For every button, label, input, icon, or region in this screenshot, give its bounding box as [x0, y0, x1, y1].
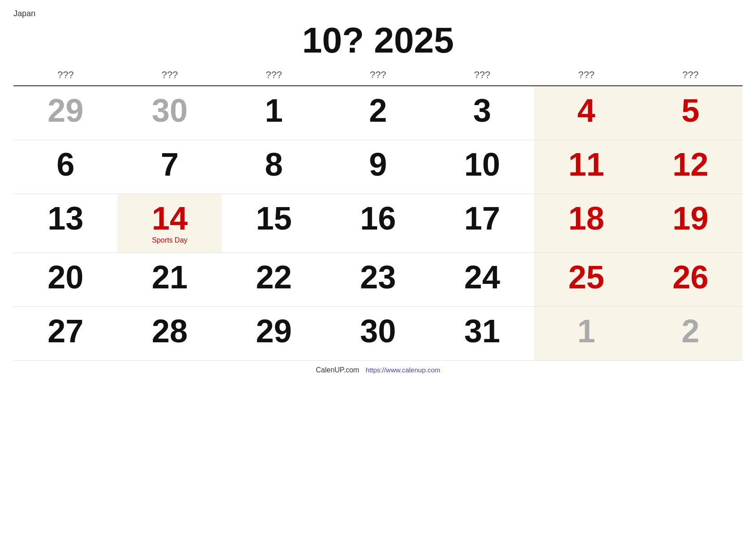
day-number-0-0: 29: [18, 94, 113, 127]
day-number-1-6: 12: [643, 148, 738, 181]
calendar-cell-0-2: 1: [222, 86, 326, 140]
day-number-2-5: 18: [539, 202, 634, 234]
day-number-2-1: 14: [122, 202, 217, 234]
day-number-0-4: 3: [435, 94, 530, 127]
footer-url: https://www.calenup.com: [366, 366, 440, 374]
day-number-4-1: 28: [122, 315, 217, 347]
calendar-cell-3-2: 22: [222, 252, 326, 306]
day-number-0-5: 4: [539, 94, 634, 127]
calendar-cell-1-4: 10: [430, 140, 534, 194]
week-row-3: 20212223242526: [13, 252, 743, 306]
day-number-4-4: 31: [435, 315, 530, 347]
calendar-cell-3-3: 23: [326, 252, 430, 306]
calendar-cell-0-4: 3: [430, 86, 534, 140]
calendar-grid: ????????????????????? 293012345678910111…: [13, 65, 743, 361]
day-number-4-6: 2: [643, 315, 738, 347]
dow-header-3: ???: [326, 65, 430, 86]
holiday-label-2-1: Sports Day: [122, 236, 217, 244]
footer-brand: CalenUP.com: [316, 366, 359, 374]
calendar-cell-1-5: 11: [534, 140, 638, 194]
calendar-title: 10? 2025: [13, 21, 743, 60]
calendar-cell-1-2: 8: [222, 140, 326, 194]
calendar-cell-3-0: 20: [13, 252, 118, 306]
calendar-cell-2-1: 14Sports Day: [118, 194, 222, 252]
calendar-cell-1-3: 9: [326, 140, 430, 194]
calendar-cell-4-6: 2: [638, 306, 743, 360]
calendar-cell-0-6: 5: [638, 86, 743, 140]
day-number-0-1: 30: [122, 94, 217, 127]
day-number-2-0: 13: [18, 202, 113, 234]
week-row-2: 1314Sports Day1516171819: [13, 194, 743, 252]
day-number-4-2: 29: [226, 315, 321, 347]
calendar-cell-2-0: 13: [13, 194, 118, 252]
day-number-1-5: 11: [539, 148, 634, 181]
calendar-cell-0-5: 4: [534, 86, 638, 140]
calendar-cell-4-2: 29: [222, 306, 326, 360]
calendar-cell-2-5: 18: [534, 194, 638, 252]
day-number-4-3: 30: [330, 315, 426, 347]
day-number-2-2: 15: [226, 202, 321, 234]
country-label: Japan: [13, 9, 743, 18]
calendar-cell-3-6: 26: [638, 252, 743, 306]
calendar-cell-2-3: 16: [326, 194, 430, 252]
calendar-cell-4-1: 28: [118, 306, 222, 360]
day-number-0-6: 5: [643, 94, 738, 127]
day-number-3-1: 21: [122, 261, 217, 293]
calendar-body: 29301234567891011121314Sports Day1516171…: [13, 86, 743, 360]
dow-header-2: ???: [222, 65, 326, 86]
day-number-4-0: 27: [18, 315, 113, 347]
week-row-0: 293012345: [13, 86, 743, 140]
calendar-cell-3-1: 21: [118, 252, 222, 306]
calendar-cell-0-0: 29: [13, 86, 118, 140]
day-number-1-1: 7: [122, 148, 217, 181]
calendar-cell-2-2: 15: [222, 194, 326, 252]
calendar-cell-0-1: 30: [118, 86, 222, 140]
dow-header-5: ???: [534, 65, 638, 86]
day-number-2-6: 19: [643, 202, 738, 234]
calendar-cell-0-3: 2: [326, 86, 430, 140]
week-row-1: 6789101112: [13, 140, 743, 194]
footer: CalenUP.com https://www.calenup.com: [13, 366, 743, 374]
dow-header-1: ???: [118, 65, 222, 86]
calendar-cell-4-5: 1: [534, 306, 638, 360]
day-number-1-0: 6: [18, 148, 113, 181]
calendar-container: Japan 10? 2025 ????????????????????? 293…: [0, 0, 756, 535]
day-number-1-4: 10: [435, 148, 530, 181]
day-of-week-row: ?????????????????????: [13, 65, 743, 86]
day-number-3-0: 20: [18, 261, 113, 293]
calendar-cell-4-0: 27: [13, 306, 118, 360]
dow-header-6: ???: [638, 65, 743, 86]
calendar-cell-3-5: 25: [534, 252, 638, 306]
calendar-cell-3-4: 24: [430, 252, 534, 306]
day-number-1-3: 9: [330, 148, 426, 181]
day-number-3-6: 26: [643, 261, 738, 293]
day-number-4-5: 1: [539, 315, 634, 347]
day-number-3-2: 22: [226, 261, 321, 293]
week-row-4: 272829303112: [13, 306, 743, 360]
day-number-2-3: 16: [330, 202, 426, 234]
calendar-cell-4-3: 30: [326, 306, 430, 360]
calendar-cell-1-0: 6: [13, 140, 118, 194]
dow-header-4: ???: [430, 65, 534, 86]
day-number-0-3: 2: [330, 94, 426, 127]
day-number-2-4: 17: [435, 202, 530, 234]
calendar-cell-1-1: 7: [118, 140, 222, 194]
day-number-1-2: 8: [226, 148, 321, 181]
day-number-0-2: 1: [226, 94, 321, 127]
calendar-cell-2-6: 19: [638, 194, 743, 252]
day-number-3-4: 24: [435, 261, 530, 293]
calendar-cell-2-4: 17: [430, 194, 534, 252]
calendar-cell-1-6: 12: [638, 140, 743, 194]
day-number-3-3: 23: [330, 261, 426, 293]
dow-header-0: ???: [13, 65, 118, 86]
day-number-3-5: 25: [539, 261, 634, 293]
calendar-cell-4-4: 31: [430, 306, 534, 360]
